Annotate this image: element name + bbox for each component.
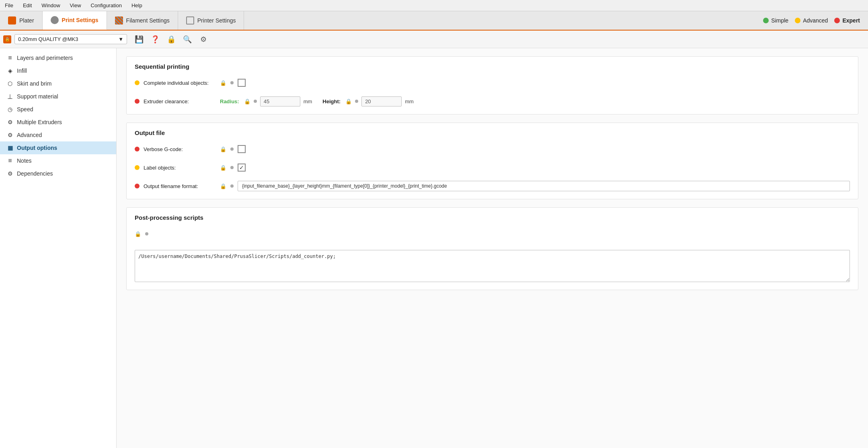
height-input[interactable] xyxy=(361,96,402,106)
script-wrapper: /Users/username/Documents/Shared/PrusaSl… xyxy=(135,246,850,283)
help-icon[interactable]: ❓ xyxy=(150,34,161,45)
radius-group: Radius: 🔒 mm xyxy=(220,96,312,106)
sidebar-item-output[interactable]: Output options xyxy=(0,141,116,154)
radius-label: Radius: xyxy=(220,98,239,104)
mode-advanced-label: Advanced xyxy=(803,17,828,24)
lock-profile-icon[interactable]: 🔒 xyxy=(166,34,177,45)
tab-plater[interactable]: Plater xyxy=(0,11,43,30)
sidebar-item-speed[interactable]: Speed xyxy=(0,103,116,116)
label-objects-small-dot xyxy=(230,166,234,169)
output-filename-small-dot xyxy=(230,184,234,188)
print-icon xyxy=(51,16,59,24)
post-processing-section: Post-processing scripts 🔒 /Users/usernam… xyxy=(126,207,858,290)
height-lock[interactable]: 🔒 xyxy=(345,97,352,105)
main-layout: Layers and perimeters Infill Skirt and b… xyxy=(0,48,868,448)
output-filename-lock[interactable]: 🔒 xyxy=(220,182,226,190)
output-filename-input[interactable] xyxy=(238,181,850,191)
sidebar-item-advanced[interactable]: Advanced xyxy=(0,129,116,141)
speed-icon xyxy=(6,106,14,113)
output-icon xyxy=(6,144,14,151)
tab-print-settings[interactable]: Print Settings xyxy=(43,11,107,30)
sidebar-item-skirt[interactable]: Skirt and brim xyxy=(0,77,116,90)
sidebar-label-deps: Dependencies xyxy=(17,170,53,177)
profile-select[interactable]: 0.20mm QUALITY @MK3 ▼ xyxy=(14,34,127,44)
radius-lock[interactable]: 🔒 xyxy=(244,97,250,105)
complete-individual-small-dot xyxy=(230,81,234,84)
profile-name: 0.20mm QUALITY @MK3 xyxy=(18,36,78,42)
sidebar-label-output: Output options xyxy=(17,145,57,151)
menu-configuration[interactable]: Configuration xyxy=(89,2,123,9)
radius-unit: mm xyxy=(304,98,312,104)
menu-help[interactable]: Help xyxy=(130,2,144,9)
verbose-gcode-label: Verbose G-code: xyxy=(144,146,216,152)
verbose-gcode-small-dot xyxy=(230,147,234,151)
post-processing-title: Post-processing scripts xyxy=(135,214,850,221)
extruder-clearance-dot xyxy=(135,99,140,104)
toolbar: 🔒 0.20mm QUALITY @MK3 ▼ 💾 ❓ 🔒 🔍 ⚙ xyxy=(0,31,868,48)
sidebar-label-infill: Infill xyxy=(17,68,27,74)
mode-advanced[interactable]: Advanced xyxy=(795,17,828,24)
menu-window[interactable]: Window xyxy=(40,2,62,9)
support-icon xyxy=(6,93,14,100)
tab-printer-settings[interactable]: Printer Settings xyxy=(178,11,244,30)
filament-icon xyxy=(115,16,123,25)
verbose-gcode-row: Verbose G-code: 🔒 xyxy=(135,143,850,155)
complete-individual-lock[interactable]: 🔒 xyxy=(220,79,226,87)
tab-printer-label: Printer Settings xyxy=(197,17,236,24)
output-file-title: Output file xyxy=(135,129,850,136)
height-unit: mm xyxy=(405,98,414,104)
sequential-printing-section: Sequential printing Complete individual … xyxy=(126,56,858,115)
complete-individual-checkbox[interactable] xyxy=(238,79,246,87)
mode-simple[interactable]: Simple xyxy=(763,17,788,24)
plater-icon xyxy=(8,16,16,25)
menu-file[interactable]: File xyxy=(3,2,15,9)
extruders-icon xyxy=(6,119,14,126)
mode-buttons: Simple Advanced Expert xyxy=(763,11,868,30)
sidebar-item-layers[interactable]: Layers and perimeters xyxy=(0,51,116,64)
post-processing-small-dot xyxy=(145,232,148,235)
verbose-gcode-checkbox[interactable] xyxy=(238,145,246,153)
search-icon[interactable]: 🔍 xyxy=(182,34,193,45)
sidebar-item-notes[interactable]: Notes xyxy=(0,154,116,167)
simple-dot xyxy=(763,18,769,23)
advanced-dot xyxy=(795,18,800,23)
sequential-printing-title: Sequential printing xyxy=(135,63,850,70)
post-processing-lock[interactable]: 🔒 xyxy=(135,230,141,238)
sidebar-item-infill[interactable]: Infill xyxy=(0,64,116,77)
label-objects-checkbox[interactable] xyxy=(238,164,246,172)
sidebar-label-advanced: Advanced xyxy=(17,132,42,138)
tab-filament-settings[interactable]: Filament Settings xyxy=(107,11,178,30)
mode-expert[interactable]: Expert xyxy=(834,17,860,24)
verbose-gcode-lock[interactable]: 🔒 xyxy=(220,145,226,153)
label-objects-lock[interactable]: 🔒 xyxy=(220,164,226,172)
advanced-icon xyxy=(6,131,14,139)
menubar: File Edit Window View Configuration Help xyxy=(0,0,868,11)
radius-input[interactable] xyxy=(260,96,300,106)
sidebar-label-support: Support material xyxy=(17,93,58,100)
complete-individual-label: Complete individual objects: xyxy=(144,80,216,86)
extruder-clearance-label: Extruder clearance: xyxy=(144,98,216,104)
save-icon[interactable]: 💾 xyxy=(133,34,145,45)
output-filename-label: Output filename format: xyxy=(144,183,216,189)
tab-plater-label: Plater xyxy=(19,17,34,24)
sidebar-item-support[interactable]: Support material xyxy=(0,90,116,103)
mode-expert-label: Expert xyxy=(842,17,860,24)
height-small-dot xyxy=(355,100,358,103)
notes-icon xyxy=(6,157,14,164)
radius-small-dot xyxy=(254,100,257,103)
content-area: Sequential printing Complete individual … xyxy=(117,48,868,448)
sidebar-label-skirt: Skirt and brim xyxy=(17,80,51,87)
skirt-icon xyxy=(6,80,14,87)
label-objects-row: Label objects: 🔒 xyxy=(135,161,850,174)
sidebar-item-dependencies[interactable]: Dependencies xyxy=(0,167,116,180)
complete-individual-dot xyxy=(135,80,140,85)
sidebar: Layers and perimeters Infill Skirt and b… xyxy=(0,48,117,448)
menu-edit[interactable]: Edit xyxy=(21,2,33,9)
sidebar-label-extruders: Multiple Extruders xyxy=(17,119,62,125)
sidebar-item-extruders[interactable]: Multiple Extruders xyxy=(0,116,116,129)
post-processing-textarea[interactable]: /Users/username/Documents/Shared/PrusaSl… xyxy=(135,250,850,282)
settings-icon[interactable]: ⚙ xyxy=(198,34,209,45)
height-group: Height: 🔒 mm xyxy=(316,96,413,106)
sidebar-label-layers: Layers and perimeters xyxy=(17,55,73,61)
menu-view[interactable]: View xyxy=(68,2,83,9)
